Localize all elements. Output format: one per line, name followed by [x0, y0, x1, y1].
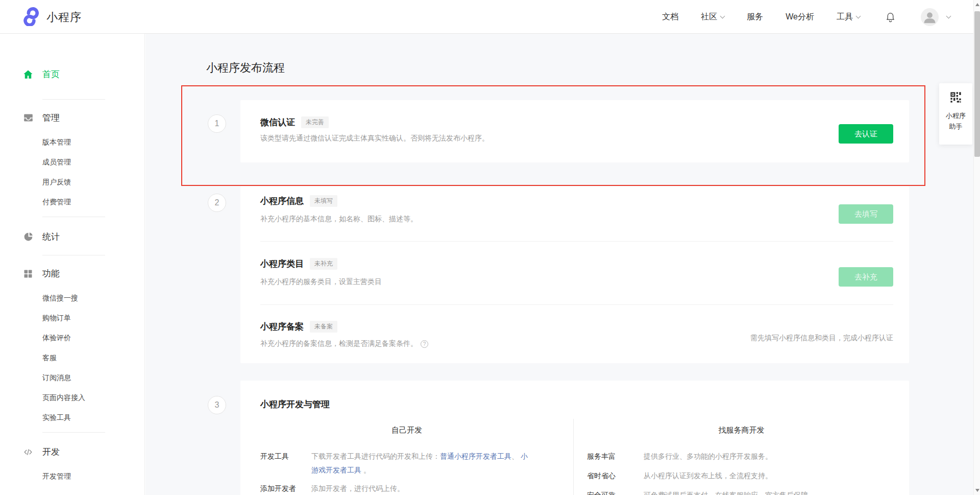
step1-title: 微信认证 [260, 116, 295, 128]
sidebar-divider [42, 217, 105, 217]
row-label: 省时省心 [587, 469, 644, 483]
sidebar-sublist-features: 微信搜一搜 购物订单 体验评价 客服 订阅消息 页面内容接入 实验工具 [42, 293, 144, 422]
nav-item-docs[interactable]: 文档 [662, 12, 678, 22]
sidebar-sublist-manage: 版本管理 成员管理 用户反馈 付费管理 [42, 137, 144, 207]
row-label: 服务丰富 [587, 450, 644, 463]
sidebar-item-page-content-access[interactable]: 页面内容接入 [42, 392, 144, 403]
step-number-1: 1 [208, 114, 226, 133]
status-badge: 未补充 [310, 258, 337, 270]
sidebar-divider [42, 432, 105, 433]
account-chevron-down-icon[interactable] [946, 13, 951, 18]
nav-item-tools[interactable]: 工具 [837, 12, 860, 22]
icp-title-row: 小程序备案 未备案 [260, 321, 337, 333]
sidebar-item-version-manage[interactable]: 版本管理 [42, 137, 144, 147]
sidebar-item-experiment-tools[interactable]: 实验工具 [42, 412, 144, 422]
bell-icon[interactable] [885, 11, 896, 23]
scrollbar-down-arrow[interactable] [975, 489, 979, 492]
sidebar-item-member-manage[interactable]: 成员管理 [42, 157, 144, 167]
pie-chart-icon [22, 231, 34, 243]
dev-tools-row: 开发工具 下载开发者工具进行代码的开发和上传：普通小程序开发者工具、 小游戏开发… [260, 450, 573, 477]
info-desc: 补充小程序的基本信息，如名称、图标、描述等。 [260, 215, 418, 224]
row-text: 下载开发者工具进行代码的开发和上传：普通小程序开发者工具、 小游戏开发者工具 。 [311, 450, 555, 477]
section-divider [260, 304, 893, 305]
top-nav: 文档 社区 服务 We分析 工具 [640, 0, 950, 34]
wechat-miniprogram-logo-icon [20, 7, 40, 28]
sidebar-item-experience-review[interactable]: 体验评价 [42, 333, 144, 343]
self-dev-header: 自己开发 [240, 425, 573, 436]
go-add-category-button[interactable]: 去补充 [839, 267, 893, 287]
sidebar-item-wechat-search[interactable]: 微信搜一搜 [42, 293, 144, 303]
dev-options-columns: 自己开发 开发工具 下载开发者工具进行代码的开发和上传：普通小程序开发者工具、 … [240, 419, 909, 495]
user-avatar[interactable] [921, 8, 939, 26]
go-verify-button[interactable]: 去认证 [839, 124, 893, 144]
save-time-row: 省时省心 从小程序认证到发布上线，全流程支持。 [587, 469, 909, 483]
main-content: 小程序发布流程 1 2 3 微信认证 未完善 该类型请先通过微信认证完成主体真实… [145, 34, 973, 495]
scrollbar-thumb[interactable] [974, 11, 980, 157]
provider-dev-header: 找服务商开发 [574, 425, 909, 436]
devtools-link[interactable]: 普通小程序开发者工具 [440, 452, 511, 460]
sidebar-item-paid-manage[interactable]: 付费管理 [42, 197, 144, 207]
icp-desc: 补充小程序的备案信息，检测是否满足备案条件。 [260, 339, 418, 348]
status-badge: 未填写 [310, 195, 337, 207]
assistant-label: 小程序 助手 [939, 110, 972, 132]
step-number-3: 3 [208, 396, 226, 414]
app-logo[interactable]: 小程序 [20, 7, 82, 28]
code-icon [22, 446, 34, 458]
category-title: 小程序类目 [260, 258, 304, 270]
section-divider [260, 241, 893, 242]
page-title: 小程序发布流程 [206, 60, 285, 76]
sidebar-group-label: 管理 [42, 112, 60, 124]
sidebar-group-statistics[interactable]: 统计 [0, 231, 144, 243]
info-title: 小程序信息 [260, 195, 304, 207]
sidebar-group-features[interactable]: 功能 [0, 268, 144, 279]
sidebar-item-label: 首页 [42, 68, 60, 80]
chevron-down-icon [856, 13, 861, 18]
rich-service-row: 服务丰富 提供多行业、多功能的小程序开发服务。 [587, 450, 909, 463]
category-title-row: 小程序类目 未补充 [260, 258, 337, 270]
step2-card-setup: 小程序信息 未填写 补充小程序的基本信息，如名称、图标、描述等。 去填写 小程序… [240, 186, 909, 363]
step-number-2: 2 [208, 194, 226, 212]
miniprogram-assistant-panel[interactable]: 小程序 助手 [939, 83, 972, 145]
inbox-tray-icon [22, 112, 34, 124]
secure-reliable-row: 安全可靠 可免费试用后再支付，在线客服响应、官方售后保障 [587, 488, 909, 495]
sidebar-sublist-development: 开发管理 [42, 471, 144, 481]
status-badge: 未备案 [310, 321, 337, 333]
row-text: 添加开发者，进行代码上传。 [311, 482, 429, 495]
sidebar-item-dev-manage[interactable]: 开发管理 [42, 471, 144, 481]
sidebar-item-shopping-orders[interactable]: 购物订单 [42, 313, 144, 323]
home-icon [22, 69, 34, 80]
row-text: 可免费试用后再支付，在线客服响应、官方售后保障 [644, 488, 832, 495]
sidebar-item-home[interactable]: 首页 [0, 68, 144, 80]
icp-title: 小程序备案 [260, 321, 304, 333]
step3-card-development: 小程序开发与管理 自己开发 开发工具 下载开发者工具进行代码的开发和上传：普通小… [240, 381, 909, 495]
help-question-icon[interactable]: ? [421, 340, 428, 348]
sidebar-divider [42, 99, 105, 100]
sidebar-group-development[interactable]: 开发 [0, 446, 144, 458]
sidebar: 首页 管理 版本管理 成员管理 用户反馈 付费管理 [0, 34, 145, 495]
provider-dev-column: 找服务商开发 服务丰富 提供多行业、多功能的小程序开发服务。 省时省心 从小程序… [574, 419, 909, 495]
sidebar-item-customer-service[interactable]: 客服 [42, 352, 144, 363]
row-label: 开发工具 [260, 450, 311, 477]
sidebar-divider [42, 255, 105, 255]
nav-item-community[interactable]: 社区 [701, 12, 724, 22]
row-text: 从小程序认证到发布上线，全流程支持。 [644, 469, 797, 483]
step1-card-wechat-verify: 微信认证 未完善 该类型请先通过微信认证完成主体真实性确认。否则将无法发布小程序… [240, 100, 909, 162]
row-label: 安全可靠 [587, 488, 644, 495]
nav-item-services[interactable]: 服务 [747, 12, 763, 22]
scrollbar-up-arrow[interactable] [975, 3, 979, 6]
info-title-row: 小程序信息 未填写 [260, 195, 337, 207]
sidebar-group-label: 功能 [42, 268, 60, 279]
sidebar-item-subscribe-message[interactable]: 订阅消息 [42, 372, 144, 383]
sidebar-item-user-feedback[interactable]: 用户反馈 [42, 177, 144, 187]
icp-note: 需先填写小程序信息和类目，完成小程序认证 [750, 334, 893, 343]
nav-item-we-analysis[interactable]: We分析 [786, 12, 814, 22]
step3-title: 小程序开发与管理 [260, 398, 330, 410]
page-scrollbar [973, 0, 980, 495]
logo-text: 小程序 [46, 10, 82, 25]
row-text: 提供多行业、多功能的小程序开发服务。 [644, 450, 797, 463]
add-developer-row: 添加开发者 添加开发者，进行代码上传。 [260, 482, 573, 495]
go-fill-info-button[interactable]: 去填写 [839, 204, 893, 224]
sidebar-group-manage[interactable]: 管理 [0, 112, 144, 124]
chevron-down-icon [720, 13, 725, 18]
icp-desc-row: 补充小程序的备案信息，检测是否满足备案条件。 ? [260, 339, 428, 348]
